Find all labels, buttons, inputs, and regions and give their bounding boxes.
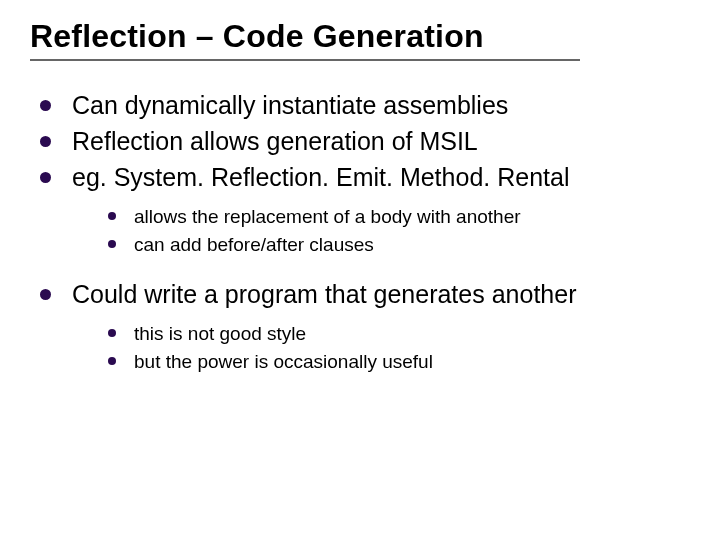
bullet-icon	[34, 125, 72, 147]
sub-bullet-item: allows the replacement of a body with an…	[108, 204, 690, 230]
sub-bullet-list: allows the replacement of a body with an…	[108, 204, 690, 257]
sub-bullet-list: this is not good style but the power is …	[108, 321, 690, 374]
bullet-icon	[108, 204, 134, 220]
sub-bullet-text: can add before/after clauses	[134, 232, 690, 258]
sub-bullet-item: this is not good style	[108, 321, 690, 347]
bullet-icon	[34, 278, 72, 300]
slide-title: Reflection – Code Generation	[30, 18, 690, 55]
title-underline	[30, 59, 580, 61]
sub-bullet-text: but the power is occasionally useful	[134, 349, 690, 375]
bullet-icon	[108, 232, 134, 248]
sub-bullet-text: allows the replacement of a body with an…	[134, 204, 690, 230]
bullet-item: Reflection allows generation of MSIL	[34, 125, 690, 159]
bullet-item: Could write a program that generates ano…	[34, 278, 690, 312]
bullet-icon	[108, 349, 134, 365]
sub-bullet-item: but the power is occasionally useful	[108, 349, 690, 375]
bullet-text: eg. System. Reflection. Emit. Method. Re…	[72, 161, 690, 195]
bullet-icon	[34, 161, 72, 183]
sub-bullet-text: this is not good style	[134, 321, 690, 347]
bullet-item: eg. System. Reflection. Emit. Method. Re…	[34, 161, 690, 195]
sub-bullet-item: can add before/after clauses	[108, 232, 690, 258]
bullet-icon	[34, 89, 72, 111]
bullet-icon	[108, 321, 134, 337]
bullet-item: Can dynamically instantiate assemblies	[34, 89, 690, 123]
slide-body: Can dynamically instantiate assemblies R…	[30, 89, 690, 375]
bullet-text: Can dynamically instantiate assemblies	[72, 89, 690, 123]
bullet-text: Could write a program that generates ano…	[72, 278, 690, 312]
bullet-text: Reflection allows generation of MSIL	[72, 125, 690, 159]
